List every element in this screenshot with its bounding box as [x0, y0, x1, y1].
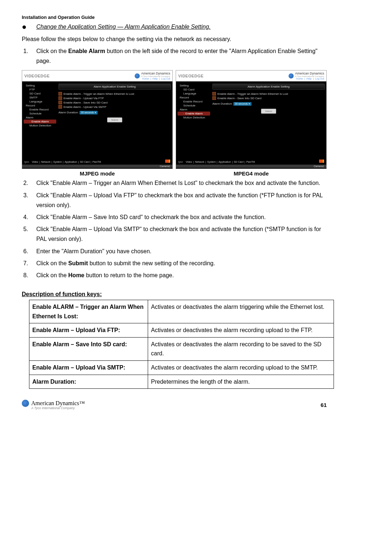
sidebar-item[interactable]: Motion Detection — [24, 124, 56, 128]
func-desc: Activates or deactivates the alarm recor… — [148, 361, 334, 375]
videoedge-logo: VIDEOEDGE — [24, 74, 50, 78]
ad-brand: American DynamicsA Tyco International Co… — [135, 72, 170, 80]
logo-swirl-icon — [22, 400, 29, 407]
header-links[interactable]: Home | Help | Log Out — [295, 77, 324, 80]
checkbox-icon[interactable] — [58, 92, 62, 96]
func-desc: Activates or deactivates the alarm recor… — [148, 337, 334, 360]
doc-header: Installation and Operation Guide — [22, 15, 327, 20]
sidebar-item[interactable]: Schedule — [24, 112, 56, 116]
footer-tab[interactable]: System — [207, 161, 216, 163]
duration-select[interactable]: 30 seconds ▾ — [233, 102, 252, 106]
footer-tab[interactable]: Video — [186, 161, 192, 163]
steps-list-rest: Click "Enable Alarm – Trigger an Alarm W… — [22, 178, 327, 280]
footer-tab[interactable]: SD Card — [234, 161, 244, 163]
screenshot-pair: VIDEOEDGEAmerican DynamicsA Tyco Interna… — [22, 70, 327, 177]
func-desc: Activates or deactivates the alarm recor… — [148, 323, 334, 338]
checkbox-icon[interactable] — [212, 96, 216, 100]
step-item: Click on the Enable Alarm button on the … — [30, 46, 327, 66]
checkbox-label: Enable Alarm - Upload Via FTP — [64, 97, 104, 100]
table-row: Enable Alarm – Upload Via FTP:Activates … — [29, 323, 334, 338]
page-footer: American Dynamics™ A Tyco International … — [22, 400, 327, 410]
sidebar-item[interactable]: Alarm — [177, 108, 210, 112]
checkbox-row[interactable]: Enable Alarm - Upload Via FTP — [58, 96, 171, 100]
sidebar-item[interactable]: Enable Record — [177, 100, 210, 104]
footer-tab[interactable]: Pan/Tilt — [93, 161, 101, 163]
checkbox-icon[interactable] — [58, 105, 62, 109]
checkbox-row[interactable]: Enable Alarm - Save Into SD Card — [58, 101, 171, 104]
checkbox-row[interactable]: Enable Alarm - Upload Via SMTP — [58, 105, 171, 109]
sidebar-item[interactable]: Setting — [24, 84, 56, 88]
footer-brand-sub: A Tyco International Company — [31, 406, 85, 410]
checkbox-label: Enable Alarm - Trigger an Alarm When Eth… — [64, 92, 134, 96]
alarm-duration-row: Alarm Duration: 30 seconds ▾ — [212, 102, 325, 106]
section-heading: Change the Application Setting — Alarm A… — [36, 24, 211, 30]
sidebar-item[interactable]: Motion Detection — [177, 116, 210, 120]
footer-tab[interactable]: Pan/Tilt — [246, 161, 255, 163]
tyco-logo: tyco Video|Network|System|Application|SD… — [24, 161, 101, 163]
bullet-icon: ● — [22, 23, 36, 31]
ad-brand: American DynamicsA Tyco International Co… — [289, 72, 324, 80]
step-item: Click on the Home button to return to th… — [30, 270, 327, 280]
sidebar-item[interactable]: Setting — [177, 84, 210, 88]
checkbox-label: Enable Alarm - Save Into SD Card — [217, 97, 261, 100]
duration-select[interactable]: 30 seconds ▾ — [79, 111, 98, 114]
func-key: Alarm Duration: — [29, 375, 148, 389]
footer-brand-text: American Dynamics™ — [31, 400, 85, 407]
footer-brand: American Dynamics™ — [22, 400, 85, 407]
checkbox-row[interactable]: Enable Alarm - Trigger an Alarm When Eth… — [212, 92, 325, 96]
screenshot-mjpeg: VIDEOEDGEAmerican DynamicsA Tyco Interna… — [22, 70, 173, 169]
func-key: Enable Alarm – Upload Via FTP: — [29, 323, 148, 338]
footer-tab[interactable]: Network — [41, 161, 50, 163]
footer-tab[interactable]: Video — [32, 161, 38, 163]
panel-title: Alarm Application Enable Setting — [212, 84, 325, 90]
sidebar-item[interactable]: SD Card — [24, 92, 56, 96]
footer-tab[interactable]: Application — [219, 161, 231, 163]
sidebar-item[interactable]: Enable Alarm — [24, 120, 56, 124]
videoedge-logo: VIDEOEDGE — [178, 74, 204, 78]
checkbox-icon[interactable] — [58, 101, 62, 104]
sidebar-item[interactable]: Alarm — [24, 116, 56, 120]
panel-title: Alarm Application Enable Setting — [58, 84, 171, 90]
sidebar-item[interactable]: Language — [24, 100, 56, 104]
steps-list-top: Click on the Enable Alarm button on the … — [22, 46, 327, 66]
func-key: Enable Alarm – Upload Via SMTP: — [29, 361, 148, 375]
checkbox-row[interactable]: Enable Alarm - Trigger an Alarm When Eth… — [58, 92, 171, 96]
sidebar-item[interactable]: FTP — [24, 88, 56, 92]
func-desc: Activates or deactivates the alarm trigg… — [148, 300, 334, 323]
sidebar-item[interactable]: Enable Alarm — [177, 112, 210, 116]
ad-swirl-icon — [289, 73, 294, 78]
footer-tab[interactable]: System — [53, 161, 62, 163]
table-row: Enable Alarm – Upload Via SMTP:Activates… — [29, 361, 334, 375]
submit-button[interactable]: Submit — [107, 117, 122, 122]
func-key: Enable ALARM – Trigger an Alarm When Eth… — [29, 300, 148, 323]
step-item: Click "Enable Alarm – Upload Via FTP" to… — [30, 190, 327, 210]
header-links[interactable]: Home | Help | Log Out — [141, 77, 170, 80]
table-row: Enable Alarm – Save Into SD card:Activat… — [29, 337, 334, 360]
camera-label: Camera1 — [22, 165, 172, 168]
submit-button[interactable]: Submit — [261, 109, 276, 114]
caption-mjpeg: MJPEG mode — [22, 170, 173, 177]
sidebar-item[interactable]: Record — [24, 104, 56, 108]
indicator-icon — [165, 160, 170, 163]
footer-tab[interactable]: SD Card — [80, 161, 90, 163]
sidebar-item[interactable]: SMTP — [24, 96, 56, 100]
footer-tab[interactable]: Application — [65, 161, 77, 163]
checkbox-icon[interactable] — [58, 96, 62, 100]
step-item: Click "Enable Alarm – Trigger an Alarm W… — [30, 178, 327, 188]
caption-mpeg4: MPEG4 mode — [176, 170, 327, 177]
checkbox-icon[interactable] — [212, 92, 216, 96]
sidebar-item[interactable]: Enable Record — [24, 108, 56, 112]
screenshot-mpeg4: VIDEOEDGEAmerican DynamicsA Tyco Interna… — [176, 70, 327, 169]
sidebar-item[interactable]: Record — [177, 96, 210, 100]
function-keys-table: Enable ALARM – Trigger an Alarm When Eth… — [29, 300, 334, 389]
sidebar-item[interactable]: Schedule — [177, 104, 210, 108]
step-item: Click on the Submit button to submit the… — [30, 258, 327, 268]
section-bullet-row: ● Change the Application Setting — Alarm… — [22, 23, 327, 31]
checkbox-row[interactable]: Enable Alarm - Save Into SD Card — [212, 96, 325, 100]
step-item: Click "Enable Alarm – Upload Via SMTP" t… — [30, 224, 327, 244]
sidebar-item[interactable]: SD Card — [177, 88, 210, 92]
sidebar-item[interactable]: Language — [177, 92, 210, 96]
tyco-logo: tyco Video|Network|System|Application|SD… — [178, 161, 255, 163]
duration-label: Alarm Duration: — [58, 111, 79, 114]
footer-tab[interactable]: Network — [195, 161, 204, 163]
